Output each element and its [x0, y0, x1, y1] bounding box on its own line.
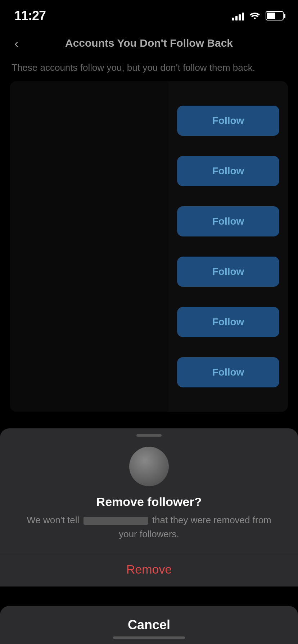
- home-indicator: [113, 636, 185, 639]
- follow-buttons-column: Follow Follow Follow Follow Follow Follo…: [168, 81, 288, 412]
- follower-avatar-area: [0, 440, 298, 491]
- signal-icon: [232, 11, 244, 20]
- remove-follower-sheet: Remove follower? We won't tell that they…: [0, 428, 298, 586]
- back-button[interactable]: ‹: [11, 33, 22, 54]
- battery-icon: [266, 11, 284, 20]
- status-icons: [232, 10, 284, 22]
- wifi-icon: [249, 10, 261, 22]
- remove-button[interactable]: Remove: [14, 562, 284, 576]
- remove-subtitle: We won't tell that they were removed fro…: [0, 513, 298, 552]
- follow-button-0[interactable]: Follow: [177, 106, 279, 136]
- page-subtitle: These accounts follow you, but you don't…: [0, 58, 298, 81]
- follow-button-1[interactable]: Follow: [177, 156, 279, 186]
- remove-action-area: Remove: [0, 552, 298, 586]
- follow-button-4[interactable]: Follow: [177, 307, 279, 337]
- follower-avatar: [129, 447, 169, 486]
- follow-button-3[interactable]: Follow: [177, 257, 279, 287]
- sheet-handle: [0, 428, 298, 440]
- page-title: Accounts You Don't Follow Back: [65, 37, 233, 49]
- list-left-panel: [10, 81, 168, 412]
- remove-title: Remove follower?: [0, 491, 298, 513]
- status-time: 11:27: [14, 8, 46, 23]
- nav-header: ‹ Accounts You Don't Follow Back: [0, 29, 298, 58]
- redacted-username: [83, 517, 148, 525]
- status-bar: 11:27: [0, 0, 298, 29]
- follow-button-5[interactable]: Follow: [177, 357, 279, 387]
- drag-handle: [136, 434, 162, 437]
- svg-point-0: [254, 18, 256, 19]
- follow-button-2[interactable]: Follow: [177, 206, 279, 236]
- accounts-list: Follow Follow Follow Follow Follow Follo…: [10, 81, 288, 412]
